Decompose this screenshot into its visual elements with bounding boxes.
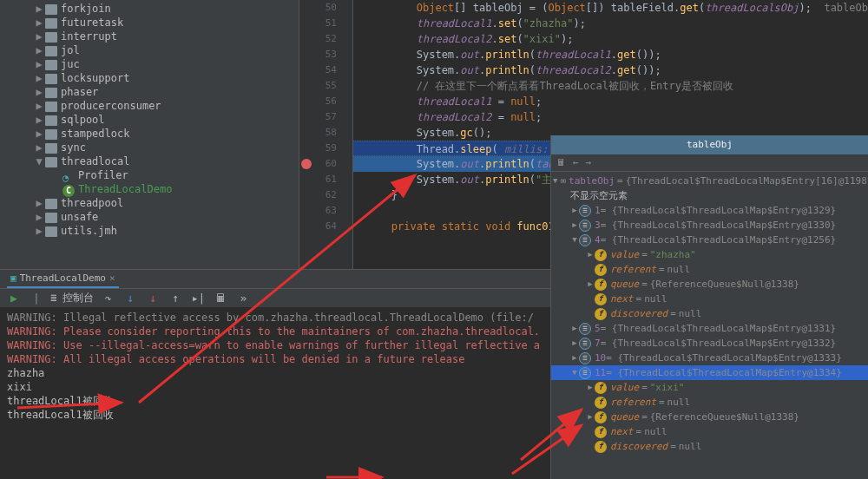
forward-icon[interactable]: → <box>586 157 592 168</box>
breakpoint-icon[interactable] <box>301 159 312 169</box>
tree-interrupt[interactable]: ▶interrupt <box>0 30 299 43</box>
tree-phaser[interactable]: ▶phaser <box>0 85 299 99</box>
code-line[interactable]: // 在这里下一个断点看看ThreadLocal被回收，Entry是否被回收 <box>366 78 868 94</box>
step-over-icon[interactable]: ↷ <box>99 291 116 306</box>
debug-panel-toolbar[interactable]: 🖩 ← → <box>551 154 868 172</box>
tree-threadlocaldemo[interactable]: ▶ ThreadLocalDemo <box>0 182 299 196</box>
line-number[interactable]: 61 <box>299 172 337 187</box>
code-line[interactable]: threadLocal1.set("zhazha"); <box>366 16 868 31</box>
tree-jol[interactable]: ▶jol <box>0 43 299 57</box>
tree-sync[interactable]: ▶sync <box>0 141 299 154</box>
debug-var-11[interactable]: ▼≡11 = {ThreadLocal$ThreadLocalMap$Entry… <box>551 365 868 380</box>
debug-variables-panel[interactable]: tableObj 🖩 ← → ▼∞tableObj = {ThreadLocal… <box>550 135 868 479</box>
chevron-down-icon[interactable]: ▼ <box>553 174 557 188</box>
chevron-right-icon[interactable]: ▶ <box>35 210 43 224</box>
chevron-down-icon[interactable]: ▼ <box>570 233 579 247</box>
force-step-into-icon[interactable]: ↓ <box>144 291 161 306</box>
code-line[interactable]: threadLocal1 = null; <box>366 94 868 109</box>
chevron-right-icon[interactable]: ▶ <box>570 321 579 336</box>
console-tab[interactable]: ≣ 控制台 <box>50 291 94 305</box>
tree-locksupport[interactable]: ▶locksupport <box>0 71 299 85</box>
tree-juc[interactable]: ▶juc <box>0 57 299 71</box>
chevron-right-icon[interactable]: ▶ <box>35 85 43 99</box>
resume-icon[interactable]: ▶ <box>5 291 23 306</box>
tree-threadlocal[interactable]: ▼threadlocal <box>0 154 299 168</box>
chevron-right-icon[interactable]: ▶ <box>35 99 43 113</box>
back-icon[interactable]: ← <box>573 157 579 168</box>
chevron-right-icon[interactable]: ▶ <box>35 141 43 154</box>
debug-var-discovered[interactable]: ▶fdiscovered = null <box>551 439 868 454</box>
debug-var-queue[interactable]: ▶fqueue = {ReferenceQueue$Null@1338} <box>551 277 868 292</box>
tree-utils.jmh[interactable]: ▶utils.jmh <box>0 224 299 238</box>
line-number[interactable]: 51 <box>299 16 337 31</box>
chevron-right-icon[interactable]: ▶ <box>35 30 43 43</box>
chevron-right-icon[interactable]: ▶ <box>570 218 579 233</box>
tree-sqlpool[interactable]: ▶sqlpool <box>0 113 299 127</box>
line-number[interactable]: 58 <box>299 125 337 141</box>
chevron-right-icon[interactable]: ▶ <box>35 127 43 141</box>
debug-var-root[interactable]: ▼∞tableObj = {ThreadLocal$ThreadLocalMap… <box>551 174 868 188</box>
line-number[interactable]: 60 <box>299 156 337 172</box>
tree-futuretask[interactable]: ▶futuretask <box>0 16 299 30</box>
chevron-right-icon[interactable]: ▶ <box>35 196 43 210</box>
debug-var-value[interactable]: ▶fvalue = "xixi" <box>551 380 868 395</box>
code-line[interactable]: threadLocal2 = null; <box>366 109 868 125</box>
debug-var-value[interactable]: ▶fvalue = "zhazha" <box>551 247 868 262</box>
chevron-right-icon[interactable]: ▶ <box>35 224 43 238</box>
line-number[interactable]: 55 <box>299 78 337 94</box>
line-number[interactable]: 52 <box>299 31 337 47</box>
debug-var-3[interactable]: ▶≡3 = {ThreadLocal$ThreadLocalMap$Entry@… <box>551 218 868 233</box>
tree-forkjoin[interactable]: ▶forkjoin <box>0 2 299 16</box>
chevron-down-icon[interactable]: ▼ <box>35 154 43 168</box>
debug-var-7[interactable]: ▶≡7 = {ThreadLocal$ThreadLocalMap$Entry@… <box>551 336 868 351</box>
debug-var-4[interactable]: ▼≡4 = {ThreadLocal$ThreadLocalMap$Entry@… <box>551 233 868 247</box>
code-line[interactable]: Object[] tableObj = (Object[]) tableFiel… <box>366 0 868 16</box>
line-number[interactable]: 53 <box>299 47 337 62</box>
run-to-cursor-icon[interactable]: ▸| <box>189 291 207 306</box>
line-number[interactable]: 56 <box>299 94 337 109</box>
tree-profiler[interactable]: ▶ Profiler <box>0 168 299 182</box>
tree-unsafe[interactable]: ▶unsafe <box>0 210 299 224</box>
line-number[interactable]: 54 <box>299 62 337 78</box>
file-tab-threadlocaldemo[interactable]: ▣ ThreadLocalDemo × <box>7 271 119 288</box>
debug-var-5[interactable]: ▶≡5 = {ThreadLocal$ThreadLocalMap$Entry@… <box>551 321 868 336</box>
code-line[interactable]: System.out.println(threadLocal2.get()); <box>366 62 868 78</box>
line-number[interactable]: 64 <box>299 219 337 234</box>
chevron-right-icon[interactable]: ▶ <box>570 336 579 351</box>
chevron-right-icon[interactable]: ▶ <box>35 113 43 127</box>
debug-var-1[interactable]: ▶≡1 = {ThreadLocal$ThreadLocalMap$Entry@… <box>551 203 868 218</box>
chevron-right-icon[interactable]: ▶ <box>35 71 43 85</box>
evaluate-icon[interactable]: 🖩 <box>212 291 229 306</box>
line-number[interactable]: 62 <box>299 187 337 203</box>
line-number[interactable]: 57 <box>299 109 337 125</box>
tree-stampedlock[interactable]: ▶stampedlock <box>0 127 299 141</box>
debug-var-10[interactable]: ▶≡10 = {ThreadLocal$ThreadLocalMap$Entry… <box>551 351 868 365</box>
chevron-right-icon[interactable]: ▶ <box>35 16 43 30</box>
chevron-right-icon[interactable]: ▶ <box>570 203 579 218</box>
line-number[interactable]: 63 <box>299 203 337 219</box>
code-line[interactable]: System.out.println(threadLocal1.get()); <box>366 47 868 62</box>
debug-var-referent[interactable]: ▶freferent = null <box>551 262 868 277</box>
line-number[interactable]: 59 <box>299 141 337 156</box>
step-out-icon[interactable]: ↑ <box>167 291 184 306</box>
chevron-right-icon[interactable]: ▶ <box>570 351 579 365</box>
chevron-right-icon[interactable]: ▶ <box>586 410 595 424</box>
line-number[interactable]: 50 <box>299 0 337 16</box>
tree-producerconsumer[interactable]: ▶producerconsumer <box>0 99 299 113</box>
debug-var-next[interactable]: ▶fnext = null <box>551 292 868 306</box>
tree-threadpool[interactable]: ▶threadpool <box>0 196 299 210</box>
code-line[interactable]: threadLocal2.set("xixi"); <box>366 31 868 47</box>
close-icon[interactable]: × <box>109 272 115 284</box>
step-into-icon[interactable]: ↓ <box>122 291 139 306</box>
chevron-right-icon[interactable]: ▶ <box>586 247 595 262</box>
debug-var-referent[interactable]: ▶freferent = null <box>551 395 868 410</box>
chevron-right-icon[interactable]: ▶ <box>586 380 595 395</box>
chevron-right-icon[interactable]: ▶ <box>586 277 595 292</box>
chevron-down-icon[interactable]: ▼ <box>570 365 579 380</box>
hide-empty-label[interactable]: 不显示空元素 <box>551 188 868 203</box>
chevron-right-icon[interactable]: ▶ <box>35 57 43 71</box>
project-tree[interactable]: ▶forkjoin▶futuretask▶interrupt▶jol▶juc▶l… <box>0 0 299 269</box>
more-icon[interactable]: » <box>234 291 252 306</box>
calculator-icon[interactable]: 🖩 <box>556 157 566 168</box>
debug-var-queue[interactable]: ▶fqueue = {ReferenceQueue$Null@1338} <box>551 410 868 424</box>
